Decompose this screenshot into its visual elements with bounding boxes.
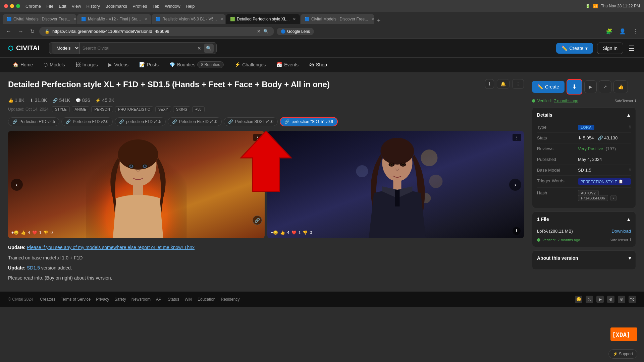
details-header[interactable]: Details ▲ xyxy=(537,112,631,118)
search-input[interactable] xyxy=(83,43,195,53)
footer-link-wiki[interactable]: Wiki xyxy=(184,297,192,302)
version-tab-4[interactable]: 🔗 Perfection SDXL v1.0 xyxy=(224,117,278,126)
download-button[interactable]: ⬇ xyxy=(567,79,582,95)
search-clear-icon[interactable]: ✕ xyxy=(197,46,201,51)
browser-tab-2[interactable]: 🟦 MeinaMix - V12 - Final | Sta... ✕ xyxy=(77,14,151,24)
browser-tab-5[interactable]: 🟦 Civitai Models | Discover Free... ✕ xyxy=(301,14,374,24)
nav-item-videos[interactable]: ▶ Videos xyxy=(104,58,133,72)
gallery-info-button-2[interactable]: ℹ xyxy=(513,227,521,235)
browser-tab-3[interactable]: 🟦 Realistic Vision V6.0 B1 - V5... ✕ xyxy=(152,14,225,24)
more-button[interactable]: ⋮ xyxy=(631,27,640,36)
verified-time-link[interactable]: 7 months ago xyxy=(554,99,578,103)
copy-trigger-icon[interactable]: 📋 xyxy=(619,179,623,184)
new-tab-button[interactable]: + xyxy=(375,17,383,24)
gallery-link-icon-1[interactable]: 🔗 xyxy=(253,216,262,225)
back-button[interactable]: ← xyxy=(4,27,13,36)
type-info-icon[interactable]: ℹ xyxy=(629,125,631,129)
file-safetensor-info-icon[interactable]: ℹ xyxy=(630,238,631,242)
google-lens-button[interactable]: 🔵 Google Lens xyxy=(277,28,314,35)
extensions-button[interactable]: 🧩 xyxy=(604,27,614,36)
tab-close-2[interactable]: ✕ xyxy=(144,17,147,21)
menu-profiles[interactable]: Profiles xyxy=(132,4,147,9)
menu-file[interactable]: File xyxy=(46,4,53,9)
emoji-add-icon-2[interactable]: +😊 xyxy=(271,230,278,235)
create-generate-button[interactable]: ✏️ Create xyxy=(532,81,565,93)
create-button[interactable]: ✏️ Create ▾ xyxy=(556,43,593,54)
update-link-1[interactable]: Please if you see any of my models somew… xyxy=(27,245,195,250)
base-model-info-icon[interactable]: ℹ xyxy=(629,168,631,172)
gallery-prev-button[interactable]: ‹ xyxy=(11,179,23,191)
search-icon[interactable]: 🔍 xyxy=(263,29,269,34)
browser-tab-1[interactable]: 🟦 Civitai Models | Discover Free... ✕ xyxy=(3,14,76,24)
share-button[interactable]: ↗ xyxy=(599,80,611,93)
model-search-select[interactable]: Models xyxy=(52,43,80,54)
version-tab-1[interactable]: 🔗 Perfection F1D v2.0 xyxy=(61,117,113,126)
browser-tab-4[interactable]: 🟩 Detailed Perfection style XL... ✕ xyxy=(226,14,300,24)
tab-close-5[interactable]: ✕ xyxy=(371,17,374,21)
nav-item-challenges[interactable]: ⚡ Challenges xyxy=(230,58,270,72)
social-icon-youtube[interactable]: ▶ xyxy=(596,296,604,303)
gallery-more-button-1[interactable]: ⋮ xyxy=(253,134,262,141)
more-options-button[interactable]: ⋮ xyxy=(512,79,524,89)
nav-item-home[interactable]: 🏠 Home xyxy=(8,58,38,72)
play-button[interactable]: ▶ xyxy=(584,80,597,93)
menu-chrome[interactable]: Chrome xyxy=(25,4,41,9)
tab-close-3[interactable]: ✕ xyxy=(220,17,223,21)
version-tab-2[interactable]: 🔗 perfection F1D v1.5 xyxy=(115,117,166,126)
nav-item-posts[interactable]: 📝 Posts xyxy=(135,58,163,72)
footer-link-safety[interactable]: Safety xyxy=(115,297,126,302)
nav-item-images[interactable]: 🖼 Images xyxy=(71,58,103,72)
footer-link-status[interactable]: Status xyxy=(168,297,179,302)
reload-button[interactable]: ↻ xyxy=(28,27,37,36)
maximize-traffic-light[interactable] xyxy=(16,4,20,8)
profile-button[interactable]: 👤 xyxy=(617,27,628,36)
footer-link-creators[interactable]: Creators xyxy=(40,297,55,302)
close-traffic-light[interactable] xyxy=(4,4,8,8)
support-button[interactable]: ⚡ Support xyxy=(608,349,637,359)
clear-url-icon[interactable]: ✕ xyxy=(257,29,261,34)
url-input[interactable] xyxy=(52,29,254,34)
info-button[interactable]: ℹ xyxy=(485,79,494,89)
tab-close-1[interactable]: ✕ xyxy=(73,17,76,21)
file-download-link[interactable]: Download xyxy=(611,229,631,234)
sign-in-button[interactable]: Sign In xyxy=(597,43,623,54)
tag-more[interactable]: +58 xyxy=(192,106,205,112)
nav-item-events[interactable]: 📅 Events xyxy=(272,58,303,72)
file-verified-time-link[interactable]: 7 months ago xyxy=(558,238,580,242)
hamburger-menu-button[interactable]: ☰ xyxy=(627,43,636,54)
search-submit-icon[interactable]: 🔍 xyxy=(204,44,214,53)
footer-link-residency[interactable]: Residency xyxy=(221,297,239,302)
social-icon-discord[interactable]: ⊕ xyxy=(607,296,614,303)
social-icon-reddit[interactable]: ⊙ xyxy=(618,296,625,303)
gallery-next-button[interactable]: › xyxy=(509,179,521,191)
hash-more-button[interactable]: › xyxy=(610,195,616,201)
menu-view[interactable]: View xyxy=(72,4,81,9)
version-tab-5[interactable]: 🔗 perfection "SD1.5" v0.9 xyxy=(280,117,338,126)
gallery-more-button-2[interactable]: ⋮ xyxy=(513,134,521,141)
menu-window[interactable]: Window xyxy=(165,4,180,9)
menu-help[interactable]: Help xyxy=(186,4,195,9)
emoji-add-icon[interactable]: +😊 xyxy=(11,230,19,235)
minimize-traffic-light[interactable] xyxy=(10,4,14,8)
footer-link-education[interactable]: Education xyxy=(198,297,215,302)
bell-button[interactable]: 🔔 xyxy=(497,79,509,89)
social-icon-x[interactable]: 𝕏 xyxy=(586,296,593,303)
safetensor-info-icon[interactable]: ℹ xyxy=(635,99,636,103)
forward-button[interactable]: → xyxy=(16,27,25,36)
tag-sexy[interactable]: SEXY xyxy=(155,106,171,112)
social-icon-emoji[interactable]: 😊 xyxy=(575,296,582,303)
nav-item-models[interactable]: ⬡ Models xyxy=(39,58,69,72)
tag-skins[interactable]: SKINS xyxy=(173,106,190,112)
tag-photorealistic[interactable]: PHOTOREALISTIC xyxy=(115,106,153,112)
social-icon-github[interactable]: ⌥ xyxy=(629,296,636,303)
site-logo[interactable]: ⬡ CIVITAI xyxy=(8,44,40,52)
about-header[interactable]: About this version ▾ xyxy=(537,255,631,261)
nav-item-shop[interactable]: 🛍 Shop xyxy=(305,58,332,72)
tag-style[interactable]: STYLE xyxy=(52,106,70,112)
files-header[interactable]: 1 File ▲ xyxy=(537,217,631,222)
menu-bookmarks[interactable]: Bookmarks xyxy=(105,4,127,9)
footer-link-privacy[interactable]: Privacy xyxy=(96,297,109,302)
footer-link-terms[interactable]: Terms of Service xyxy=(61,297,91,302)
tag-anime[interactable]: ANIME xyxy=(72,106,90,112)
tag-person[interactable]: PERSON xyxy=(91,106,113,112)
